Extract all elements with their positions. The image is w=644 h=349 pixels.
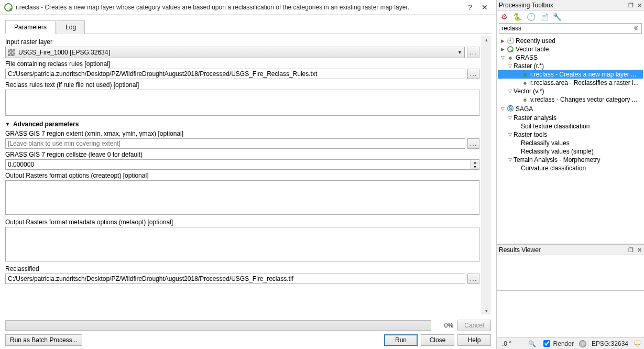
undock-icon[interactable]: ❐ [628, 2, 634, 8]
progress-bar [5, 320, 431, 331]
results-title: Results Viewer [499, 246, 626, 254]
tree-recently-used[interactable]: ▶🕘Recently used [498, 37, 643, 45]
cellsize-label: GRASS GIS 7 region cellsize (leave 0 for… [5, 151, 479, 158]
rules-text-area[interactable] [5, 90, 479, 116]
createopt-label: Output Rasters format options (createopt… [5, 172, 479, 179]
tree-reclassify-simple[interactable]: Reclassify values (simple) [498, 147, 643, 156]
tree-v-reclass[interactable]: ♠v.reclass - Changes vector category ... [498, 95, 643, 104]
render-toggle[interactable]: Render [541, 339, 574, 348]
cancel-progress-button[interactable]: Cancel [457, 320, 491, 331]
tree-r-reclass-area[interactable]: ♠r.reclass.area - Reclassifies a raster … [498, 79, 643, 87]
raster-icon [8, 49, 15, 56]
close-panel-icon[interactable]: ✕ [637, 247, 642, 253]
results-secondary [497, 290, 644, 337]
tree-soil[interactable]: Soil texture classification [498, 122, 643, 130]
input-raster-browse-button[interactable]: ... [467, 47, 479, 58]
tree-terrain[interactable]: ▽Terrain Analysis - Morphometry [498, 156, 643, 164]
reclass-file-input[interactable] [5, 69, 465, 79]
tree-r-reclass[interactable]: ♠r.reclass - Creates a new map layer ... [498, 70, 643, 79]
tree-vector-v[interactable]: ▽Vector (v.*) [498, 87, 643, 95]
createopt-area[interactable] [5, 180, 479, 215]
results-header: Results Viewer ❐ ✕ [497, 245, 644, 255]
region-extent-input[interactable] [5, 138, 465, 149]
results-icon[interactable]: 📄 [540, 13, 548, 21]
help-titlebar-button[interactable]: ? [463, 3, 477, 12]
advanced-toggle[interactable]: ▼ Advanced parameters [5, 121, 479, 128]
close-titlebar-button[interactable]: ✕ [477, 3, 492, 12]
results-body [497, 255, 644, 290]
tree-reclassify-values[interactable]: Reclassify values [498, 139, 643, 147]
tree-grass[interactable]: ▽♠GRASS [498, 53, 643, 62]
tab-log[interactable]: Log [57, 20, 85, 34]
progress-row: 0% Cancel [5, 320, 491, 331]
reclass-file-label: File containing reclass rules [optional] [5, 60, 479, 68]
toolbox-title: Processing Toolbox [499, 2, 626, 9]
clear-search-icon[interactable]: ⊗ [634, 24, 639, 31]
progress-percent: 0% [435, 322, 453, 329]
status-bar: .0 ° 🔍 Render EPSG:32634 🗨 [497, 337, 644, 349]
chevron-down-icon: ▼ [457, 50, 462, 55]
processing-toolbox-panel: Processing Toolbox ❐ ✕ ⚙ 🐍 🕘 📄 🔧 ⊗ ▶🕘Rec… [497, 0, 644, 244]
dialog-title: r.reclass - Creates a new map layer whos… [16, 4, 463, 11]
cellsize-spinner[interactable]: ▲▼ [471, 159, 479, 170]
tree-raster-analysis[interactable]: ▽Raster analysis [498, 114, 643, 122]
input-raster-combo[interactable]: USGS_Fire_1000 [EPSG:32634] ▼ [5, 47, 465, 58]
run-button[interactable]: Run [384, 334, 418, 346]
dialog-titlebar: r.reclass - Creates a new map layer whos… [0, 0, 496, 15]
region-extent-browse-button[interactable]: ... [467, 138, 479, 149]
gear-icon[interactable]: ⚙ [500, 13, 508, 21]
form-scrollbar[interactable]: ▴ ▾ [482, 36, 491, 314]
reclass-dialog: r.reclass - Creates a new map layer whos… [0, 0, 497, 349]
form-content: Input raster layer USGS_Fire_1000 [EPSG:… [5, 36, 491, 314]
toolbox-toolbar: ⚙ 🐍 🕘 📄 🔧 [497, 10, 644, 23]
metaopt-label: Output Rasters format metadata options (… [5, 219, 479, 226]
close-panel-icon[interactable]: ✕ [637, 2, 642, 8]
tree-vector-table[interactable]: ▶Vector table [498, 45, 643, 53]
status-epsg[interactable]: EPSG:32634 [592, 340, 628, 347]
qgis-icon [4, 3, 13, 12]
help-button[interactable]: Help [457, 334, 491, 346]
reclass-file-browse-button[interactable]: ... [467, 69, 479, 79]
region-extent-label: GRASS GIS 7 region extent (xmin, xmax, y… [5, 130, 479, 137]
tree-curvature[interactable]: Curvature classification [498, 164, 643, 172]
tabs: Parameters Log [5, 20, 491, 34]
chevron-down-icon: ▼ [5, 122, 10, 127]
close-button[interactable]: Close [421, 334, 454, 346]
status-degrees: .0 ° [502, 340, 511, 347]
run-batch-button[interactable]: Run as Batch Process... [5, 334, 82, 346]
toolbox-header: Processing Toolbox ❐ ✕ [497, 0, 644, 10]
tree-raster-r[interactable]: ▽Raster (r.*) [498, 62, 643, 70]
dialog-footer: Run as Batch Process... Run Close Help [5, 334, 491, 346]
toolbox-search-wrap: ⊗ [497, 23, 644, 36]
history-icon[interactable]: 🕘 [527, 13, 535, 21]
tab-parameters[interactable]: Parameters [5, 20, 56, 34]
reclassified-label: Reclassified [5, 265, 479, 272]
dialog-body: Parameters Log Input raster layer USGS_F… [0, 15, 496, 349]
reclassified-input[interactable] [5, 274, 465, 284]
toolbox-tree: ▶🕘Recently used ▶Vector table ▽♠GRASS ▽R… [497, 36, 644, 244]
input-raster-label: Input raster layer [5, 38, 479, 46]
form-scroll: Input raster layer USGS_Fire_1000 [EPSG:… [5, 36, 482, 314]
scroll-down-icon: ▾ [482, 308, 491, 313]
undock-icon[interactable]: ❐ [628, 247, 634, 253]
toolbox-search-input[interactable] [499, 23, 642, 34]
advanced-label: Advanced parameters [13, 121, 79, 128]
messages-icon[interactable]: 🗨 [634, 340, 641, 348]
render-checkbox[interactable] [543, 340, 550, 347]
right-docks: Processing Toolbox ❐ ✕ ⚙ 🐍 🕘 📄 🔧 ⊗ ▶🕘Rec… [497, 0, 644, 349]
input-raster-value: USGS_Fire_1000 [EPSG:32634] [18, 49, 457, 56]
status-search-icon[interactable]: 🔍 [528, 340, 536, 347]
rules-text-label: Reclass rules text (if rule file not use… [5, 81, 479, 89]
python-icon[interactable]: 🐍 [513, 13, 521, 21]
tree-saga[interactable]: ▽ⓈSAGA [498, 104, 643, 114]
model-icon[interactable]: 🔧 [553, 13, 561, 21]
tree-raster-tools[interactable]: ▽Raster tools [498, 130, 643, 139]
metaopt-area[interactable] [5, 227, 479, 261]
scroll-up-icon: ▴ [482, 37, 491, 42]
reclassified-browse-button[interactable]: ... [467, 274, 479, 284]
cellsize-input[interactable] [5, 159, 471, 170]
globe-icon [579, 340, 586, 347]
results-viewer-panel: Results Viewer ❐ ✕ .0 ° 🔍 Render EPSG:32… [497, 244, 644, 349]
